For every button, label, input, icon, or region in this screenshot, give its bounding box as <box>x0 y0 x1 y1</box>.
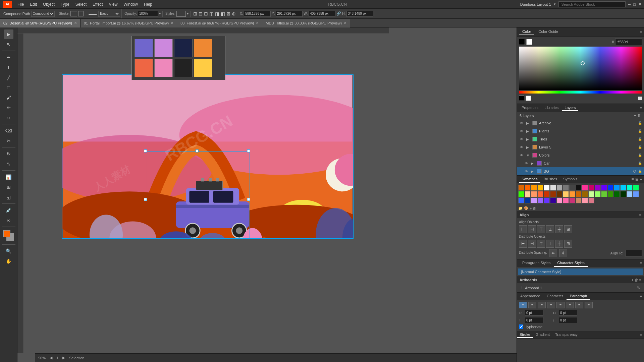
basic-select[interactable]: Basic <box>98 11 120 17</box>
tab-swatches[interactable]: Swatches <box>519 176 540 183</box>
menu-view[interactable]: View <box>106 1 120 7</box>
graph-tool[interactable]: 📊 <box>4 172 13 182</box>
canvas-area[interactable]: RBCG.CN 人人素材 50% ◀ 1 ▶ Selection <box>17 27 517 362</box>
blob-tool[interactable]: ○ <box>4 113 13 122</box>
tab-libraries[interactable]: Libraries <box>542 105 561 111</box>
lock-archive[interactable]: 🔓 <box>638 121 642 125</box>
swatch-26[interactable] <box>563 191 569 197</box>
opacity-input[interactable] <box>138 11 158 17</box>
popup-swatch-7[interactable] <box>194 59 212 77</box>
path-type-select[interactable]: Compound Path <box>31 11 55 17</box>
menu-help[interactable]: Help <box>141 1 155 7</box>
space-after-input[interactable] <box>559 317 577 323</box>
tab-layers[interactable]: Layers <box>562 105 578 111</box>
tab-character[interactable]: Character <box>543 293 566 300</box>
tab-brushes[interactable]: Brushes <box>541 176 560 183</box>
menu-effect[interactable]: Effect <box>90 1 105 7</box>
menu-file[interactable]: File <box>15 1 26 7</box>
swatch-46[interactable] <box>569 197 575 203</box>
dist-center-h-btn[interactable]: ⊣ <box>528 240 536 248</box>
swatch-36[interactable] <box>627 191 633 197</box>
delete-swatch-btn[interactable]: 🗑 <box>533 206 536 210</box>
tab-gradient[interactable]: Gradient <box>533 332 552 338</box>
swatch-4[interactable] <box>544 185 550 191</box>
rect-tool[interactable]: □ <box>4 83 13 92</box>
layer-item-colors[interactable]: 👁 ▼ Colors 🔓 <box>517 151 644 159</box>
tab-transparency[interactable]: Transparency <box>552 332 580 338</box>
dist-left-btn[interactable]: ⊢ <box>519 240 527 248</box>
swatch-32[interactable] <box>601 191 607 197</box>
eyedropper-tool[interactable]: 💉 <box>4 205 13 215</box>
color-bg-mini[interactable] <box>526 96 531 101</box>
gradient-tool[interactable]: ◱ <box>4 192 13 202</box>
panel-menu-styles[interactable]: ≡ <box>640 261 642 265</box>
close-btn[interactable]: ✕ <box>638 2 641 6</box>
align-icon-3[interactable]: ⊟ <box>204 11 208 16</box>
layer-item-layer5[interactable]: 👁 ▶ Layer 5 🔓 <box>517 143 644 151</box>
swatch-3[interactable] <box>537 185 543 191</box>
tab-close-1[interactable]: ✕ <box>74 21 77 25</box>
eye-archive[interactable]: 👁 <box>519 120 524 126</box>
swatch-37[interactable] <box>633 191 639 197</box>
layer-item-tires[interactable]: 👁 ▶ Tires 🔓 <box>517 135 644 143</box>
styles-dropdown-icon[interactable]: ▾ <box>187 11 189 16</box>
style-normal-char[interactable]: [Normal Character Style] <box>518 268 643 275</box>
swatch-10[interactable] <box>582 185 588 191</box>
align-icon-7[interactable]: ⊠ <box>226 11 230 16</box>
color-spectrum-container[interactable] <box>519 47 642 94</box>
swatch-20[interactable] <box>525 191 531 197</box>
bg-color-box[interactable] <box>526 39 532 45</box>
swatch-33[interactable] <box>607 191 613 197</box>
canvas-viewport[interactable]: RBCG.CN 人人素材 <box>25 36 517 353</box>
space-before-input[interactable] <box>525 317 543 323</box>
doc-tab-1[interactable]: 02_Desert.ai @ 50% (RGB/GPU Preview) ✕ <box>0 19 80 27</box>
menu-edit[interactable]: Edit <box>27 1 40 7</box>
expand-car[interactable]: ▶ <box>531 162 535 165</box>
swatch-45[interactable] <box>563 197 569 203</box>
eye-plants[interactable]: 👁 <box>519 128 524 134</box>
expand-layer5[interactable]: ▶ <box>526 145 530 149</box>
menu-window[interactable]: Window <box>121 1 141 7</box>
align-icon-6[interactable]: ◧ <box>221 11 225 16</box>
align-icon-5[interactable]: ◨ <box>215 11 219 16</box>
scale-tool[interactable]: ⤡ <box>4 159 13 169</box>
panel-menu-swatches[interactable]: ≡ <box>640 177 642 181</box>
pen-tool[interactable]: ✒ <box>4 53 13 62</box>
styles-preview[interactable] <box>176 11 186 17</box>
dist-h-space-btn[interactable]: ⇔ <box>549 249 557 257</box>
panel-menu-stroke[interactable]: ≡ <box>640 333 644 337</box>
rotate-tool[interactable]: ↻ <box>4 149 13 159</box>
indent-right-input[interactable] <box>559 310 577 316</box>
popup-swatch-1[interactable] <box>154 39 173 57</box>
tab-properties[interactable]: Properties <box>519 105 541 111</box>
popup-swatch-4[interactable] <box>135 59 153 77</box>
search-stock-input[interactable] <box>558 1 626 7</box>
popup-swatch-0[interactable] <box>135 39 153 57</box>
align-bottom-btn[interactable]: ⊞ <box>564 225 572 233</box>
swatch-23[interactable] <box>544 191 550 197</box>
popup-swatch-2[interactable] <box>174 39 193 57</box>
new-swatch-group-btn[interactable]: 📁 <box>518 206 523 210</box>
layer-item-car[interactable]: 👁 ▶ Car 🔓 <box>517 159 644 167</box>
dist-right-btn[interactable]: ⊤ <box>537 240 545 248</box>
new-artboard-btn[interactable]: + <box>631 278 633 282</box>
minimize-btn[interactable]: ─ <box>628 2 631 6</box>
swatch-48[interactable] <box>582 197 588 203</box>
w-input[interactable] <box>309 11 335 17</box>
popup-swatch-5[interactable] <box>154 59 173 77</box>
zoom-tool[interactable]: 🔍 <box>4 246 13 256</box>
menu-type[interactable]: Type <box>58 1 72 7</box>
link-proportions-icon[interactable]: 🔗 <box>336 11 341 16</box>
artboard-options-1[interactable]: ✎ <box>637 286 640 290</box>
swatch-15[interactable] <box>614 185 620 191</box>
tab-paragraph[interactable]: Paragraph <box>567 293 590 300</box>
swatch-34[interactable] <box>614 191 620 197</box>
swatch-5[interactable] <box>550 185 556 191</box>
h-input[interactable] <box>346 11 373 17</box>
doc-tab-4[interactable]: MDU_Titles.ai @ 33.33% (RGB/GPU Preview)… <box>262 19 350 27</box>
swatch-43[interactable] <box>550 197 556 203</box>
tab-color[interactable]: Color <box>519 28 534 35</box>
swatch-44[interactable] <box>556 197 562 203</box>
swatch-17[interactable] <box>627 185 633 191</box>
artboard-item-1[interactable]: 1 Artboard 1 ✎ <box>520 285 641 291</box>
